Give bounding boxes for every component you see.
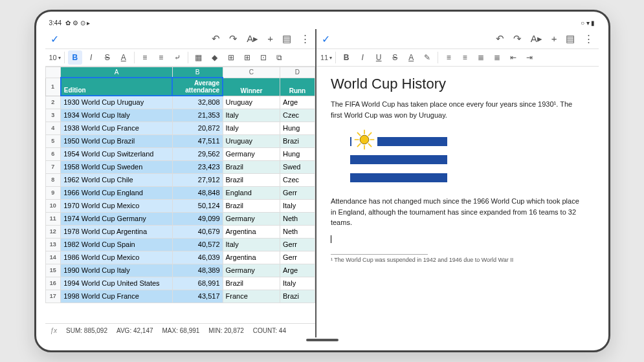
row-header[interactable]: 14 bbox=[45, 251, 61, 264]
cell-edition[interactable]: 1934 World Cup Italy bbox=[61, 109, 173, 122]
cell-edition[interactable]: 1974 World Cup Germany bbox=[61, 212, 173, 225]
cell-winner[interactable]: Brazil bbox=[223, 160, 280, 173]
cell-runnerup[interactable]: Brazi bbox=[280, 290, 315, 303]
cell-runnerup[interactable]: Arge bbox=[280, 96, 315, 109]
more-icon[interactable]: ⋮ bbox=[300, 33, 310, 45]
header-winner[interactable]: Winner bbox=[223, 78, 280, 96]
merge-button[interactable]: ▦ bbox=[192, 50, 206, 65]
cell-winner[interactable]: Italy bbox=[223, 109, 280, 122]
row-header[interactable]: 15 bbox=[45, 264, 61, 277]
cell-edition[interactable]: 1986 World Cup Mexico bbox=[61, 251, 173, 264]
cell-runnerup[interactable]: Czec bbox=[280, 173, 315, 186]
indent-right-button[interactable]: ⇥ bbox=[522, 50, 537, 65]
cell-winner[interactable]: Brazil bbox=[223, 173, 280, 186]
borders-button[interactable]: ⊞ bbox=[224, 50, 238, 65]
header-runnerup[interactable]: Runn bbox=[280, 78, 315, 96]
bold-button[interactable]: B bbox=[68, 50, 82, 65]
cell-winner[interactable]: Brazil bbox=[223, 199, 280, 212]
text-color-button[interactable]: A bbox=[404, 50, 418, 65]
align-button[interactable]: ≡ bbox=[441, 50, 456, 65]
cell-runnerup[interactable]: Italy bbox=[280, 199, 315, 212]
cell-runnerup[interactable]: Hung bbox=[280, 122, 315, 134]
underline-button[interactable]: U bbox=[372, 50, 386, 65]
redo-icon[interactable]: ↷ bbox=[513, 33, 522, 45]
wrap-button[interactable]: ⤶ bbox=[170, 50, 184, 65]
link-button[interactable]: ⧉ bbox=[272, 50, 287, 65]
row-header[interactable]: 16 bbox=[45, 277, 61, 290]
cell-winner[interactable]: Italy bbox=[223, 238, 280, 251]
cell-button[interactable]: ⊡ bbox=[256, 50, 271, 65]
document-body[interactable]: World Cup History The FIFA World Cup has… bbox=[316, 67, 599, 337]
row-header[interactable]: 2 bbox=[45, 96, 61, 109]
valign-button[interactable]: ≡ bbox=[154, 50, 168, 65]
cell-attendance[interactable]: 50,124 bbox=[172, 199, 223, 212]
row-header[interactable]: 3 bbox=[45, 109, 61, 122]
indent-left-button[interactable]: ⇤ bbox=[506, 50, 520, 65]
undo-icon[interactable]: ↶ bbox=[496, 33, 504, 45]
cell-runnerup[interactable]: Czec bbox=[280, 109, 315, 122]
col-header-b[interactable]: B bbox=[172, 67, 223, 78]
cell-winner[interactable]: England bbox=[223, 186, 280, 199]
italic-button[interactable]: I bbox=[355, 50, 370, 65]
cell-runnerup[interactable]: Brazi bbox=[280, 134, 315, 147]
spreadsheet-grid[interactable]: A B C D 1 Edition Average attendance Win… bbox=[45, 67, 315, 323]
cell-edition[interactable]: 1998 World Cup France bbox=[61, 290, 173, 303]
footnote-text[interactable]: ¹ The World Cup was suspended in 1942 an… bbox=[331, 257, 585, 263]
col-header-d[interactable]: D bbox=[280, 67, 315, 78]
cell-attendance[interactable]: 48,848 bbox=[172, 186, 223, 199]
cell-edition[interactable]: 1938 World Cup France bbox=[61, 122, 173, 134]
undo-icon[interactable]: ↶ bbox=[212, 33, 220, 45]
fill-color-button[interactable]: ◆ bbox=[208, 50, 222, 65]
row-header[interactable]: 8 bbox=[45, 173, 61, 186]
strike-button[interactable]: S bbox=[100, 50, 115, 65]
cell-winner[interactable]: Italy bbox=[223, 122, 280, 134]
cell-runnerup[interactable]: Neth bbox=[280, 225, 315, 238]
cell-runnerup[interactable]: Gerr bbox=[280, 251, 315, 264]
header-edition[interactable]: Edition bbox=[61, 78, 173, 96]
col-header-c[interactable]: C bbox=[223, 67, 280, 78]
cell-runnerup[interactable]: Arge bbox=[280, 264, 315, 277]
doc-paragraph[interactable]: The FIFA World Cup has taken place once … bbox=[331, 99, 585, 120]
cell-attendance[interactable]: 48,389 bbox=[172, 264, 223, 277]
cell-winner[interactable]: Germany bbox=[223, 147, 280, 160]
cell-runnerup[interactable]: Italy bbox=[280, 277, 315, 290]
cell-attendance[interactable]: 23,423 bbox=[172, 160, 223, 173]
row-header[interactable]: 11 bbox=[45, 212, 61, 225]
row-header[interactable]: 4 bbox=[45, 122, 61, 134]
cell-attendance[interactable]: 20,872 bbox=[172, 122, 223, 134]
cell-runnerup[interactable]: Swed bbox=[280, 160, 315, 173]
cell-winner[interactable]: Argentina bbox=[223, 251, 280, 264]
font-size-stepper[interactable]: 11 ▾ bbox=[320, 54, 332, 61]
doc-title[interactable]: World Cup History bbox=[331, 76, 585, 92]
cell-attendance[interactable]: 27,912 bbox=[172, 173, 223, 186]
cell-attendance[interactable]: 43,517 bbox=[172, 290, 223, 303]
cell-edition[interactable]: 1994 World Cup United States bbox=[61, 277, 173, 290]
font-size-stepper[interactable]: 10 ▾ bbox=[49, 54, 61, 61]
cell-edition[interactable]: 1966 World Cup England bbox=[61, 186, 173, 199]
cell-edition[interactable]: 1990 World Cup Italy bbox=[61, 264, 173, 277]
cell-edition[interactable]: 1930 World Cup Uruguay bbox=[61, 96, 173, 109]
cell-winner[interactable]: Brazil bbox=[223, 277, 280, 290]
row-header[interactable]: 17 bbox=[45, 290, 61, 303]
comment-icon[interactable]: ▤ bbox=[566, 33, 575, 45]
text-format-icon[interactable]: A▸ bbox=[531, 33, 542, 45]
cell-winner[interactable]: Germany bbox=[223, 212, 280, 225]
cell-runnerup[interactable]: Gerr bbox=[280, 238, 315, 251]
cell-attendance[interactable]: 46,039 bbox=[172, 251, 223, 264]
halign-button[interactable]: ≡ bbox=[138, 50, 152, 65]
doc-caret-line[interactable] bbox=[331, 233, 585, 244]
cell-winner[interactable]: Uruguay bbox=[223, 134, 280, 147]
cell-attendance[interactable]: 40,679 bbox=[172, 225, 223, 238]
text-color-button[interactable]: A bbox=[117, 50, 131, 65]
bullet-list-button[interactable]: ≣ bbox=[474, 50, 488, 65]
cell-attendance[interactable]: 32,808 bbox=[172, 96, 223, 109]
strike-button[interactable]: S bbox=[388, 50, 402, 65]
cell-winner[interactable]: Argentina bbox=[223, 225, 280, 238]
italic-button[interactable]: I bbox=[84, 50, 98, 65]
insert-icon[interactable]: + bbox=[267, 33, 273, 45]
cell-edition[interactable]: 1978 World Cup Argentina bbox=[61, 225, 173, 238]
row-header[interactable]: 9 bbox=[45, 186, 61, 199]
accept-check-icon[interactable]: ✓ bbox=[50, 33, 59, 45]
row-header[interactable]: 5 bbox=[45, 134, 61, 147]
insert-row-button[interactable]: ⊞ bbox=[240, 50, 254, 65]
